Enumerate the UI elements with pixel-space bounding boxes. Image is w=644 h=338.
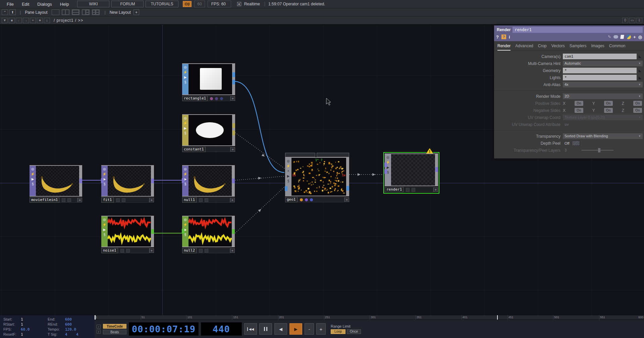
jump-to-start-button[interactable]: ◀◀ xyxy=(244,323,257,335)
node-constant1-name[interactable]: constant1 xyxy=(182,147,206,152)
output-connector[interactable] xyxy=(232,179,235,183)
once-button[interactable]: Once xyxy=(347,329,361,334)
bypass-flag-icon[interactable]: ⚡ xyxy=(183,71,187,74)
output-connector[interactable] xyxy=(232,229,235,234)
bypass-flag-icon[interactable]: ⚡ xyxy=(286,164,290,168)
menu-edit[interactable]: Edit xyxy=(18,2,33,7)
pickup-flag-icon[interactable]: § xyxy=(387,171,389,174)
node-null1-name[interactable]: null1 xyxy=(182,197,197,203)
node-rectangle1-body[interactable]: ◎⚡▶§ xyxy=(182,63,235,95)
realtime-checkbox[interactable]: x xyxy=(237,2,241,6)
node-flag-dot[interactable] xyxy=(300,198,303,201)
node-null2-body[interactable]: ◎⚡▶§ xyxy=(182,216,235,247)
geo-input-tab[interactable] xyxy=(317,153,349,157)
node-flag-tile[interactable] xyxy=(126,249,130,253)
node-add-icon[interactable]: + xyxy=(433,187,438,192)
output-connector[interactable] xyxy=(79,179,82,183)
comment-icon[interactable] xyxy=(613,35,618,39)
render-flag-icon[interactable]: ▶ xyxy=(32,178,34,181)
viewer-flag-icon[interactable]: ◎ xyxy=(184,167,187,171)
node-render1[interactable]: !◎⚡▶§render1+ xyxy=(383,152,439,194)
pickup-flag-icon[interactable]: § xyxy=(32,183,34,186)
node-flag-dot[interactable] xyxy=(310,198,313,201)
maximize-pane-icon[interactable]: ▭ xyxy=(629,18,635,23)
output-connector[interactable] xyxy=(232,123,235,128)
step-back-button[interactable]: - xyxy=(305,323,314,335)
pickup-flag-icon[interactable]: § xyxy=(184,233,186,236)
forward-icon[interactable]: → xyxy=(23,18,29,23)
step-forward-button[interactable]: + xyxy=(316,323,326,335)
menu-help[interactable]: Help xyxy=(56,2,73,7)
output-connector[interactable] xyxy=(151,179,154,183)
param-lights-node-picker-icon[interactable]: ◣ xyxy=(637,75,643,80)
render-flag-icon[interactable]: ▶ xyxy=(103,228,106,231)
python-help-icon[interactable]: ? xyxy=(501,35,506,39)
param-lights-input[interactable]: * xyxy=(563,75,637,80)
param-camera-input[interactable]: cam1 xyxy=(563,54,637,59)
node-geo1-name[interactable]: geo1 xyxy=(285,197,298,202)
timecode-mode-button[interactable]: TimeCode xyxy=(103,324,126,329)
render-flag-icon[interactable]: ▶ xyxy=(184,127,187,130)
node-rectangle1[interactable]: ◎⚡▶§rectangle1+ xyxy=(182,63,235,101)
node-moviefilein1-body[interactable]: ◎⚡▶§ xyxy=(30,165,82,197)
bypass-flag-icon[interactable]: ⚡ xyxy=(183,173,187,176)
node-fit1-name[interactable]: fit1 xyxy=(101,197,114,203)
pane-layout-hsplit[interactable] xyxy=(72,9,79,15)
pickup-flag-icon[interactable]: § xyxy=(104,233,106,236)
loop-button[interactable]: Loop xyxy=(331,329,345,334)
node-fit1[interactable]: ◎⚡▶§fit1+ xyxy=(101,165,154,203)
bypass-flag-icon[interactable]: ⚡ xyxy=(183,223,187,226)
beats-mode-button[interactable]: Beats xyxy=(103,330,126,334)
parameter-target-icon[interactable]: ◎ xyxy=(638,35,642,39)
link-tutorials[interactable]: TUTORIALS xyxy=(146,1,178,7)
node-flag-tile[interactable] xyxy=(120,249,124,253)
pane-type-dropdown-icon[interactable]: ▼ xyxy=(2,18,8,23)
node-flag-tile[interactable] xyxy=(406,188,410,192)
back-icon[interactable]: ← xyxy=(16,18,22,23)
node-flag-tile[interactable] xyxy=(199,198,203,202)
timecode-i-toggle[interactable]: I xyxy=(97,330,101,334)
tab-vectors[interactable]: Vectors xyxy=(551,44,565,51)
stop-icon[interactable]: ■ xyxy=(9,18,15,23)
pickup-flag-icon[interactable]: § xyxy=(184,183,186,186)
node-add-icon[interactable]: + xyxy=(344,197,349,202)
viewer-flag-icon[interactable]: ◎ xyxy=(287,159,290,163)
node-null1-body[interactable]: ◎⚡▶§ xyxy=(182,165,235,197)
timeline-field-value[interactable]: 1 xyxy=(21,317,23,322)
timecode-slash-toggle[interactable]: / xyxy=(97,325,101,329)
link-forum[interactable]: FORUM xyxy=(111,1,144,7)
operator-name-field[interactable]: render1 xyxy=(513,27,643,33)
node-null1[interactable]: ◎⚡▶§null1+ xyxy=(182,165,235,203)
node-noise1[interactable]: ◎⚡▶§noise1+ xyxy=(101,216,154,253)
input-connector[interactable] xyxy=(182,178,184,183)
pickup-flag-icon[interactable]: § xyxy=(287,180,289,183)
param-negative-sides-z-toggle[interactable]: On xyxy=(633,108,642,113)
node-geo1[interactable]: ◎⚡×▶§1* 71x1xgeo1+ xyxy=(285,157,349,202)
timeline-field-value[interactable]: 1 xyxy=(21,322,23,327)
node-moviefilein1[interactable]: ◎⚡▶§moviefilein1+ xyxy=(30,165,82,203)
timecode-display[interactable]: 00:00:07:19 xyxy=(129,322,199,336)
node-constant1-body[interactable]: ◎⚡▶§ xyxy=(182,114,235,146)
param-multi-camera-hint-dropdown[interactable]: Automatic▼ xyxy=(563,61,643,66)
output-connector[interactable] xyxy=(232,80,235,84)
node-moviefilein1-name[interactable]: moviefilein1 xyxy=(30,197,59,203)
render-flag-icon[interactable]: ▶ xyxy=(287,175,290,178)
help-icon[interactable]: ? xyxy=(496,35,499,39)
pane-layout-quad[interactable] xyxy=(92,9,100,15)
cross-flag-icon[interactable]: × xyxy=(287,170,289,173)
save-layout-icon[interactable]: ⬆ xyxy=(9,9,16,15)
pane-dropdown-icon[interactable]: ⇩ xyxy=(636,18,642,23)
node-flag-dot[interactable] xyxy=(215,97,218,100)
node-flag-tile[interactable] xyxy=(205,198,208,202)
bypass-flag-icon[interactable]: ⚡ xyxy=(102,173,106,176)
param-anti-alias-dropdown[interactable]: 4x▼ xyxy=(563,82,643,87)
frame-display[interactable]: 440 xyxy=(201,322,242,336)
output-connector[interactable] xyxy=(346,186,349,191)
timeline-field-value[interactable]: 120.0 xyxy=(65,327,76,332)
node-add-icon[interactable]: + xyxy=(149,248,154,253)
viewer-flag-icon[interactable]: ◎ xyxy=(31,167,34,171)
node-fit1-body[interactable]: ◎⚡▶§ xyxy=(101,165,154,197)
node-add-icon[interactable]: + xyxy=(149,198,154,202)
param-camera-node-picker-icon[interactable]: ◣ xyxy=(637,54,643,59)
param-depth-peel-toggle[interactable] xyxy=(572,141,580,146)
